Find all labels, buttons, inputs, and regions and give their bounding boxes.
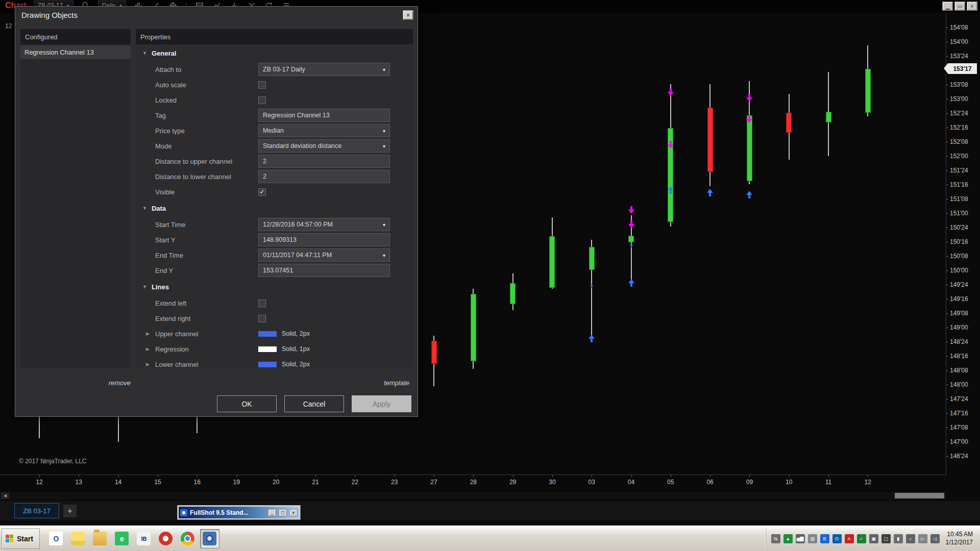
price-axis-tick: [946, 442, 948, 442]
line-color-swatch[interactable]: [258, 362, 277, 367]
ok-button[interactable]: OK: [217, 395, 277, 412]
chart-tab-bar: ZB 03-17 +: [0, 501, 980, 520]
candle: [510, 283, 516, 304]
battery-icon[interactable]: ▮: [894, 534, 903, 543]
dialog-titlebar[interactable]: Drawing Objects ×: [15, 7, 418, 25]
expand-triangle-icon[interactable]: ▶: [146, 346, 155, 352]
checkbox-locked[interactable]: [258, 96, 266, 104]
fullshot-minimize-button[interactable]: _: [268, 509, 276, 516]
select-mode[interactable]: Standard deviation distance▾: [258, 139, 390, 153]
time-axis-tick: [513, 474, 513, 477]
price-axis-label: 148'00: [950, 381, 968, 388]
speaker-icon[interactable]: ♪: [906, 534, 915, 543]
sell-marker-icon: [668, 88, 674, 96]
input-distance-to-upper-channel[interactable]: 2: [258, 155, 390, 168]
chart-horizontal-scrollbar[interactable]: ◀: [0, 492, 946, 499]
market-data-icon[interactable]: ▲: [783, 534, 793, 543]
property-row-distance-to-lower-channel: Distance to lower channel2: [136, 169, 413, 184]
printer-icon[interactable]: ▣: [869, 534, 878, 543]
fullshot-maximize-button[interactable]: □: [279, 509, 287, 516]
marker-stem: [709, 193, 711, 196]
taskbar: Start OeIB ⇆▲▅▇▤BOA✓▣▢▮♪▷◁ 10:45 AM 1/12…: [0, 525, 980, 551]
dialog-close-button[interactable]: ×: [403, 10, 413, 20]
checkbox-auto-scale[interactable]: [258, 81, 266, 89]
checkbox-extend-right[interactable]: [258, 315, 266, 322]
chrome-launcher-icon[interactable]: [179, 530, 197, 548]
section-header-general[interactable]: ▼General: [136, 44, 413, 62]
expand-triangle-icon[interactable]: ▶: [146, 362, 155, 367]
line-color-swatch[interactable]: [258, 346, 277, 352]
outlook-tray-icon[interactable]: O: [832, 534, 842, 543]
input-start-y[interactable]: 148.909313: [258, 233, 390, 246]
outlook-launcher-icon[interactable]: O: [47, 530, 65, 548]
fullshot-launcher-icon[interactable]: [201, 530, 219, 548]
line-color-swatch[interactable]: [258, 331, 277, 337]
select-attach-to[interactable]: ZB 03-17 Daily▾: [258, 63, 390, 76]
clipboard-icon[interactable]: ▤: [808, 534, 817, 543]
line-style-value: Solid, 2px: [282, 330, 310, 337]
sticky-notes-launcher-icon[interactable]: [69, 530, 87, 548]
time-axis-label: 15: [149, 479, 167, 486]
volume-mixer-icon[interactable]: ◁: [930, 534, 940, 543]
start-button[interactable]: Start: [2, 529, 40, 549]
input-tag[interactable]: Regression Channel 13: [258, 109, 390, 122]
display-settings-icon[interactable]: ▢: [881, 534, 891, 543]
sell-marker-icon: [628, 220, 634, 228]
fullshot-titlebar[interactable]: FullShot 9.5 Stand... _ □ ×: [179, 507, 299, 518]
taskbar-clock[interactable]: 10:45 AM 1/12/2017: [946, 531, 973, 546]
pen-input-icon[interactable]: ▷: [918, 534, 927, 543]
acrobat-tray-icon[interactable]: A: [845, 534, 854, 543]
time-axis-tick: [434, 474, 434, 477]
chrome-launcher-icon-glyph: [181, 532, 194, 545]
remove-link[interactable]: remove: [20, 379, 131, 387]
marker-stem: [630, 206, 632, 210]
minimize-button[interactable]: ▁: [942, 2, 953, 11]
checkbox-visible[interactable]: ✓: [258, 188, 266, 196]
antivirus-icon[interactable]: ✓: [857, 534, 866, 543]
expand-triangle-icon[interactable]: ▶: [146, 331, 155, 336]
ib-trader-launcher-icon[interactable]: IB: [135, 530, 153, 548]
media-player-launcher-icon[interactable]: [157, 530, 175, 548]
section-header-data[interactable]: ▼Data: [136, 199, 413, 217]
select-price-type[interactable]: Median▾: [258, 124, 390, 137]
cancel-button[interactable]: Cancel: [284, 395, 344, 412]
chevron-down-icon: ▾: [383, 128, 385, 134]
input-end-y[interactable]: 153.07451: [258, 264, 390, 277]
restore-button[interactable]: ▭: [954, 2, 965, 11]
evernote-launcher-icon[interactable]: e: [113, 530, 131, 548]
input-distance-to-lower-channel[interactable]: 2: [258, 170, 390, 183]
configured-item-regression-channel-13[interactable]: Regression Channel 13: [20, 45, 131, 59]
bluetooth-icon[interactable]: B: [820, 534, 829, 543]
fullshot-close-button[interactable]: ×: [289, 509, 298, 516]
remote-cable-icon[interactable]: ⇆: [771, 534, 780, 543]
copyright-text: © 2017 NinjaTrader, LLC: [19, 458, 86, 465]
signal-strength-icon[interactable]: ▅▇: [796, 534, 805, 543]
add-tab-button[interactable]: +: [63, 505, 77, 517]
checkbox-extend-left[interactable]: [258, 299, 266, 307]
tab-zb-03-17[interactable]: ZB 03-17: [14, 503, 59, 518]
properties-header: Properties: [136, 29, 413, 44]
marker-stem: [670, 190, 672, 194]
close-button[interactable]: ×: [967, 2, 977, 11]
property-label-text: Extend left: [155, 299, 186, 307]
folder-launcher-icon[interactable]: [91, 530, 109, 548]
section-header-lines[interactable]: ▼Lines: [136, 278, 413, 295]
select-end-time[interactable]: 01/11/2017 04:47:11 PM▾: [258, 248, 390, 262]
property-label-text: Lower channel: [155, 361, 199, 368]
template-link[interactable]: template: [384, 379, 409, 387]
marker-stem: [630, 220, 632, 224]
price-axis-label: 147'24: [950, 395, 968, 403]
property-control-start-time: 12/28/2016 04:57:00 PM▾: [258, 218, 390, 231]
property-control-regression: Solid, 1px: [258, 345, 390, 353]
property-control-upper-channel: Solid, 2px: [258, 330, 390, 337]
scrollbar-handle[interactable]: [895, 493, 944, 498]
select-start-time[interactable]: 12/28/2016 04:57:00 PM▾: [258, 218, 390, 231]
property-row-extend-left: Extend left: [136, 295, 413, 311]
property-label-start-time: Start Time: [136, 221, 258, 229]
fullshot-window[interactable]: FullShot 9.5 Stand... _ □ ×: [177, 505, 301, 520]
price-axis-tick: [946, 213, 948, 214]
property-control-locked: [258, 96, 390, 104]
time-axis-tick: [592, 474, 592, 477]
arrow-up-icon: [668, 186, 674, 190]
scroll-left-button[interactable]: ◀: [1, 492, 9, 499]
